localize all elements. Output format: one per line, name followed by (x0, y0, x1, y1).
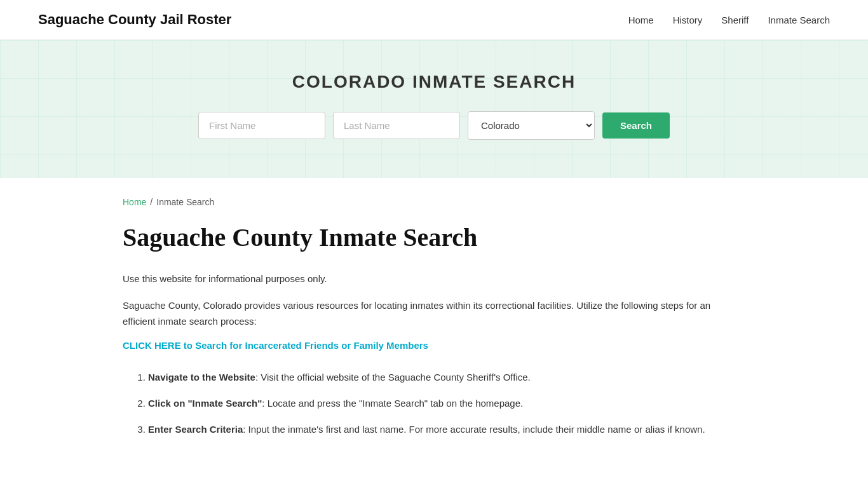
step-label: Click on "Inmate Search" (148, 398, 262, 409)
nav-sheriff[interactable]: Sheriff (721, 15, 749, 25)
site-title: Saguache County Jail Roster (38, 11, 231, 28)
step-label: Enter Search Criteria (148, 424, 243, 435)
search-button[interactable]: Search (602, 112, 670, 139)
search-form: ColoradoAlabamaAlaskaArizonaArkansasCali… (13, 111, 855, 140)
nav-home[interactable]: Home (628, 15, 654, 25)
breadcrumb-separator: / (150, 197, 153, 207)
main-content: Home / Inmate Search Saguache County Inm… (85, 178, 783, 485)
site-nav: Home History Sheriff Inmate Search (628, 15, 830, 25)
breadcrumb-home[interactable]: Home (123, 197, 146, 207)
steps-list: Navigate to the Website: Visit the offic… (123, 369, 745, 438)
first-name-input[interactable] (198, 112, 325, 139)
page-heading: Saguache County Inmate Search (123, 222, 745, 253)
list-item: Navigate to the Website: Visit the offic… (148, 369, 745, 386)
hero-banner: COLORADO INMATE SEARCH ColoradoAlabamaAl… (0, 40, 868, 178)
intro-line2: Saguache County, Colorado provides vario… (123, 297, 745, 330)
last-name-input[interactable] (333, 112, 460, 139)
intro-line1: Use this website for informational purpo… (123, 271, 745, 287)
list-item: Click on "Inmate Search": Locate and pre… (148, 395, 745, 412)
state-select[interactable]: ColoradoAlabamaAlaskaArizonaArkansasCali… (468, 111, 595, 140)
step-label: Navigate to the Website (148, 372, 255, 383)
site-header: Saguache County Jail Roster Home History… (0, 0, 868, 40)
hero-title: COLORADO INMATE SEARCH (13, 72, 855, 92)
list-item: Enter Search Criteria: Input the inmate'… (148, 421, 745, 438)
cta-link[interactable]: CLICK HERE to Search for Incarcerated Fr… (123, 340, 428, 351)
nav-inmate-search[interactable]: Inmate Search (768, 15, 830, 25)
breadcrumb-current: Inmate Search (156, 197, 214, 207)
nav-history[interactable]: History (673, 15, 703, 25)
breadcrumb: Home / Inmate Search (123, 197, 745, 207)
